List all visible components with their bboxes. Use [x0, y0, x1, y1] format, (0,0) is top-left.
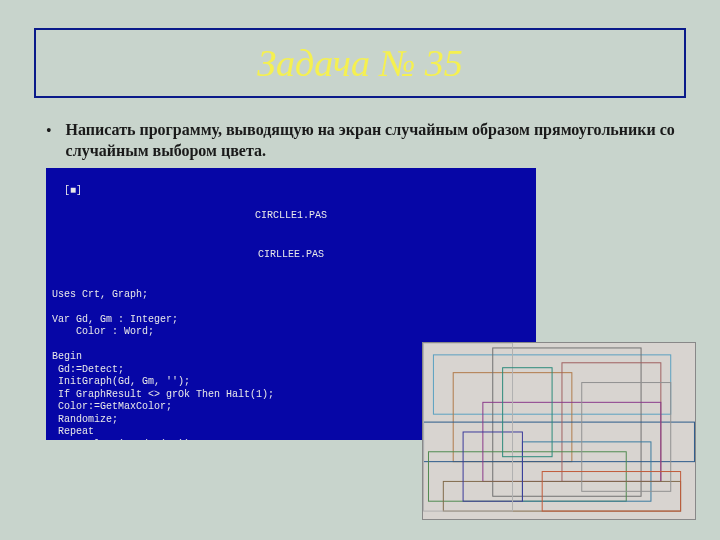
- code-filename-2: CIRLLEE.PAS: [52, 249, 530, 262]
- svg-rect-11: [424, 343, 513, 511]
- svg-rect-13: [503, 368, 552, 457]
- bullet-icon: •: [46, 120, 52, 162]
- output-graphic: [422, 342, 696, 520]
- title-text: Задача № 35: [257, 41, 463, 85]
- task-text: Написать программу, выводящую на экран с…: [66, 120, 686, 162]
- svg-rect-5: [428, 452, 626, 501]
- code-line-marker: [■]: [64, 185, 82, 196]
- rectangles-svg: [423, 343, 695, 519]
- task-bullet-row: • Написать программу, выводящую на экран…: [46, 120, 686, 162]
- title-box: Задача № 35: [34, 28, 686, 98]
- code-filename-1: CIRCLLE1.PAS: [52, 210, 530, 223]
